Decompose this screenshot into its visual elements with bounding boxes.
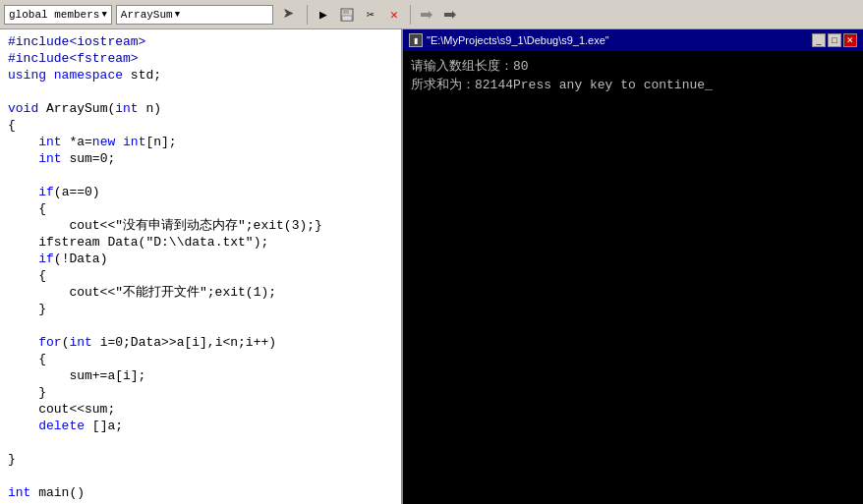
console-line-2-text: 所求和为：82144Press any key to continue_ — [411, 76, 713, 94]
console-line-1: 请输入数组长度：80 — [411, 57, 855, 76]
code-content: #include<iostream> #include<fstream> usi… — [0, 29, 401, 504]
function-dropdown-label: ArraySum — [121, 9, 173, 21]
go-button[interactable]: ⮞ — [277, 5, 301, 25]
console-line-2: 所求和为：82144Press any key to continue_ — [411, 76, 855, 94]
save-icon[interactable] — [337, 5, 357, 25]
step-icon[interactable] — [440, 5, 460, 25]
toolbar-sep-1 — [307, 5, 308, 25]
svg-rect-5 — [444, 13, 452, 17]
console-pane: ▮ "E:\MyProjects\s9_1\Debug\s9_1.exe" _ … — [401, 29, 863, 504]
console-app-icon: ▮ — [409, 33, 423, 47]
stop-icon[interactable]: ✕ — [384, 5, 404, 25]
console-body: 请输入数组长度：80 所求和为：82144Press any key to co… — [403, 51, 863, 504]
svg-marker-6 — [452, 11, 456, 19]
save-svg — [339, 7, 355, 23]
main-area: #include<iostream> #include<fstream> usi… — [0, 29, 863, 504]
run-icon[interactable]: ▶ — [314, 5, 333, 25]
svg-rect-1 — [343, 9, 349, 14]
console-titlebar-buttons: _ □ ✕ — [812, 33, 857, 47]
console-titlebar-left: ▮ "E:\MyProjects\s9_1\Debug\s9_1.exe" — [409, 33, 609, 47]
svg-rect-2 — [342, 16, 352, 21]
cut-icon[interactable]: ✂ — [361, 5, 380, 25]
toolbar: global members ▼ ArraySum ▼ ⮞ ▶ ✂ ✕ — [0, 0, 863, 29]
minimize-button[interactable]: _ — [812, 33, 826, 47]
console-titlebar: ▮ "E:\MyProjects\s9_1\Debug\s9_1.exe" _ … — [403, 29, 863, 51]
scope-dropdown-label: global members — [9, 9, 99, 21]
bp-svg — [420, 8, 433, 22]
svg-rect-3 — [421, 13, 429, 17]
scope-dropdown[interactable]: global members ▼ — [4, 5, 112, 25]
function-dropdown[interactable]: ArraySum ▼ — [116, 5, 273, 25]
breakpoint-icon[interactable] — [417, 5, 436, 25]
toolbar-sep-2 — [410, 5, 411, 25]
close-button[interactable]: ✕ — [843, 33, 857, 47]
maximize-button[interactable]: □ — [828, 33, 841, 47]
console-title: "E:\MyProjects\s9_1\Debug\s9_1.exe" — [427, 34, 609, 46]
code-editor[interactable]: #include<iostream> #include<fstream> usi… — [0, 29, 401, 504]
console-line-1-text: 请输入数组长度：80 — [411, 57, 529, 76]
svg-marker-4 — [429, 11, 432, 19]
step-svg — [443, 8, 457, 22]
function-dropdown-arrow: ▼ — [175, 10, 180, 20]
scope-dropdown-arrow: ▼ — [101, 10, 106, 20]
